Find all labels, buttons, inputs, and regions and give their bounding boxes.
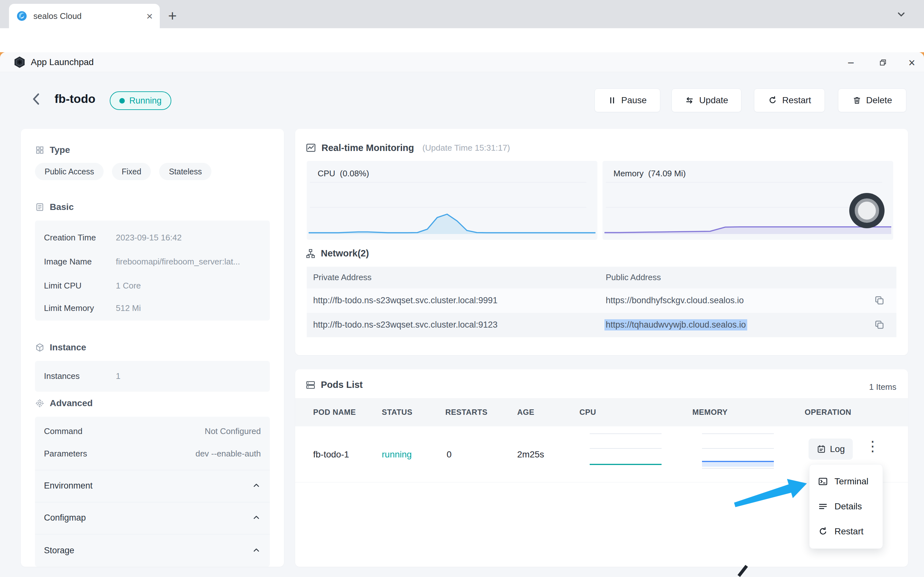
pod-actions-menu: Terminal Details Restart bbox=[809, 464, 883, 549]
col-memory: MEMORY bbox=[692, 408, 728, 417]
new-tab-button[interactable]: + bbox=[168, 7, 177, 24]
network-row: http://fb-todo.ns-s23wqset.svc.cluster.l… bbox=[307, 288, 897, 313]
update-icon bbox=[685, 95, 694, 105]
restart-icon bbox=[768, 95, 777, 105]
copy-icon[interactable] bbox=[874, 319, 885, 330]
monitoring-header: Real-time Monitoring (Update Time 15:31:… bbox=[305, 142, 510, 153]
cpu-chart bbox=[309, 179, 596, 237]
tag-stateless: Stateless bbox=[159, 163, 212, 180]
col-restarts: RESTARTS bbox=[445, 408, 488, 417]
status-badge: Running bbox=[110, 91, 171, 110]
network-icon bbox=[305, 248, 316, 259]
tab-close-icon[interactable]: × bbox=[146, 11, 153, 21]
instance-section-header: Instance bbox=[35, 342, 86, 353]
network-row: http://fb-todo.ns-s23wqset.svc.cluster.l… bbox=[307, 313, 897, 337]
pod-memory-sparkline bbox=[702, 430, 774, 470]
grid-icon bbox=[35, 145, 45, 155]
copy-icon[interactable] bbox=[874, 295, 885, 306]
back-chevron-icon[interactable] bbox=[28, 91, 45, 107]
environment-collapse-icon[interactable] bbox=[252, 481, 261, 490]
private-address: http://fb-todo.ns-s23wqset.svc.cluster.l… bbox=[313, 295, 498, 306]
advanced-section-header: Advanced bbox=[35, 398, 93, 408]
tab-title: sealos Cloud bbox=[33, 11, 146, 21]
pause-icon bbox=[608, 96, 616, 105]
pause-label: Pause bbox=[621, 95, 646, 105]
delete-button[interactable]: Delete bbox=[838, 89, 906, 112]
window-restore-button[interactable] bbox=[879, 58, 887, 67]
cpu-chart-panel: CPU (0.08%) bbox=[307, 161, 598, 240]
network-col-private: Private Address bbox=[313, 272, 372, 282]
restart-label: Restart bbox=[782, 95, 811, 105]
monitoring-icon bbox=[305, 142, 317, 153]
pod-restarts: 0 bbox=[447, 450, 452, 460]
restart-button[interactable]: Restart bbox=[754, 89, 825, 112]
network-title: Network(2) bbox=[321, 248, 369, 259]
document-icon bbox=[35, 202, 45, 212]
cube-icon bbox=[35, 343, 45, 352]
sealos-favicon bbox=[16, 10, 27, 22]
app-launchpad-window: App Launchpad − × fb-todo Running Pause … bbox=[0, 52, 924, 577]
monitoring-network-card: Real-time Monitoring (Update Time 15:31:… bbox=[295, 129, 908, 355]
screen-record-indicator bbox=[855, 198, 879, 223]
window-close-button[interactable]: × bbox=[905, 56, 919, 69]
basic-row-label: Creation Time bbox=[44, 233, 96, 243]
menu-item-restart[interactable]: Restart bbox=[809, 519, 883, 544]
basic-row-value: 512 Mi bbox=[116, 303, 141, 313]
terminal-icon bbox=[818, 476, 828, 487]
storage-collapse-icon[interactable] bbox=[252, 546, 261, 554]
app-details-sidebar: Type Public Access Fixed Stateless Basic… bbox=[21, 129, 284, 567]
pods-list-icon bbox=[305, 380, 316, 390]
instance-info-box: Instances 1 bbox=[35, 361, 270, 392]
update-button[interactable]: Update bbox=[672, 89, 741, 112]
browser-tab[interactable]: sealos Cloud × bbox=[9, 4, 160, 28]
menu-item-details[interactable]: Details bbox=[809, 494, 883, 519]
pod-name: fb-todo-1 bbox=[313, 450, 349, 460]
update-label: Update bbox=[699, 95, 728, 105]
window-title-bar: App Launchpad − × bbox=[0, 52, 924, 72]
status-label: Running bbox=[129, 96, 162, 106]
log-icon bbox=[817, 444, 826, 454]
cpu-chart-value: (0.08%) bbox=[340, 169, 369, 178]
basic-title: Basic bbox=[50, 202, 74, 212]
terminal-label: Terminal bbox=[835, 476, 869, 487]
basic-row-label: Image Name bbox=[44, 257, 92, 267]
environment-section[interactable]: Environment bbox=[44, 481, 93, 491]
log-label: Log bbox=[830, 444, 845, 454]
window-minimize-button[interactable]: − bbox=[844, 56, 858, 69]
basic-section-header: Basic bbox=[35, 202, 74, 212]
public-address-link[interactable]: https://bondhyfsckgv.cloud.sealos.io bbox=[606, 295, 744, 306]
monitoring-update-time: (Update Time 15:31:17) bbox=[422, 143, 510, 153]
instance-title: Instance bbox=[50, 342, 86, 353]
instance-row-label: Instances bbox=[44, 371, 79, 381]
log-button[interactable]: Log bbox=[809, 438, 853, 460]
memory-chart bbox=[604, 179, 891, 237]
restart-menu-label: Restart bbox=[835, 526, 863, 537]
pod-more-menu-icon[interactable]: ⋮ bbox=[866, 438, 880, 454]
public-address-link-selected[interactable]: https://tqhaudwvywjb.cloud.sealos.io bbox=[604, 319, 747, 330]
col-operation: OPERATION bbox=[804, 408, 851, 417]
details-label: Details bbox=[835, 501, 862, 512]
status-dot bbox=[120, 98, 125, 103]
pods-table-header: POD NAME STATUS RESTARTS AGE CPU MEMORY … bbox=[295, 398, 908, 426]
pod-age: 2m25s bbox=[517, 450, 544, 460]
page-title: fb-todo bbox=[55, 92, 95, 106]
cpu-chart-label: CPU bbox=[318, 169, 335, 178]
restart-icon bbox=[818, 526, 828, 537]
basic-row-label: Limit CPU bbox=[44, 281, 81, 291]
storage-section[interactable]: Storage bbox=[44, 546, 74, 556]
memory-chart-panel: Memory (74.09 Mi) bbox=[603, 161, 893, 240]
configmap-section[interactable]: Configmap bbox=[44, 513, 86, 523]
pause-button[interactable]: Pause bbox=[594, 89, 660, 112]
memory-chart-value: (74.09 Mi) bbox=[648, 169, 686, 178]
col-age: AGE bbox=[517, 408, 535, 417]
instance-row-value: 1 bbox=[116, 371, 120, 381]
browser-tab-strip: sealos Cloud × + bbox=[0, 0, 924, 28]
network-table-header: Private Address Public Address bbox=[307, 267, 897, 288]
parameters-label: Parameters bbox=[44, 449, 87, 459]
configmap-collapse-icon[interactable] bbox=[252, 513, 261, 522]
tab-search-chevron-icon[interactable] bbox=[896, 9, 907, 20]
type-tags: Public Access Fixed Stateless bbox=[35, 163, 212, 180]
parameters-value: dev --enable-auth bbox=[195, 449, 261, 459]
basic-row-value: fireboomapi/fireboom_server:lat... bbox=[116, 257, 240, 267]
menu-item-terminal[interactable]: Terminal bbox=[809, 469, 883, 494]
